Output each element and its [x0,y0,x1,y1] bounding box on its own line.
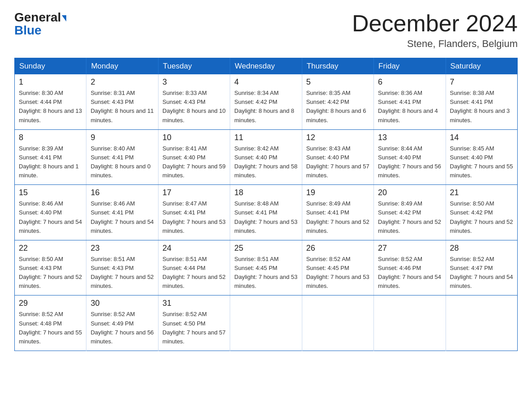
table-row: 24 Sunrise: 8:51 AMSunset: 4:44 PMDaylig… [158,240,230,295]
day-info: Sunrise: 8:33 AMSunset: 4:43 PMDaylight:… [163,89,226,125]
day-number: 26 [306,244,369,253]
day-number: 10 [163,133,226,142]
table-row: 7 Sunrise: 8:38 AMSunset: 4:41 PMDayligh… [446,74,517,129]
day-info: Sunrise: 8:39 AMSunset: 4:41 PMDaylight:… [19,144,82,180]
table-row: 21 Sunrise: 8:50 AMSunset: 4:42 PMDaylig… [446,185,517,240]
day-number: 25 [234,244,297,253]
day-info: Sunrise: 8:47 AMSunset: 4:41 PMDaylight:… [163,199,226,235]
day-number: 7 [450,77,513,87]
table-row: 19 Sunrise: 8:49 AMSunset: 4:41 PMDaylig… [302,185,373,240]
day-info: Sunrise: 8:49 AMSunset: 4:41 PMDaylight:… [306,199,369,235]
day-number: 29 [19,299,82,308]
table-row [446,295,517,351]
col-wednesday: Wednesday [230,58,302,75]
calendar-week-row: 22 Sunrise: 8:50 AMSunset: 4:43 PMDaylig… [15,240,518,295]
table-row: 30 Sunrise: 8:52 AMSunset: 4:49 PMDaylig… [86,295,158,351]
calendar-week-row: 15 Sunrise: 8:46 AMSunset: 4:40 PMDaylig… [15,185,518,240]
day-number: 21 [450,188,513,197]
day-number: 31 [163,299,226,308]
day-info: Sunrise: 8:52 AMSunset: 4:46 PMDaylight:… [378,255,441,291]
day-info: Sunrise: 8:51 AMSunset: 4:43 PMDaylight:… [90,255,154,291]
day-number: 5 [306,77,369,87]
day-info: Sunrise: 8:34 AMSunset: 4:42 PMDaylight:… [234,89,297,125]
header: General Blue December 2024 Stene, Flande… [14,11,518,50]
day-number: 23 [90,244,154,253]
calendar-table: Sunday Monday Tuesday Wednesday Thursday… [14,58,518,351]
day-number: 6 [378,77,441,87]
table-row: 10 Sunrise: 8:41 AMSunset: 4:40 PMDaylig… [158,129,230,185]
day-number: 1 [19,77,82,87]
table-row: 27 Sunrise: 8:52 AMSunset: 4:46 PMDaylig… [374,240,446,295]
table-row: 31 Sunrise: 8:52 AMSunset: 4:50 PMDaylig… [158,295,230,351]
table-row: 29 Sunrise: 8:52 AMSunset: 4:48 PMDaylig… [15,295,86,351]
day-number: 27 [378,244,441,253]
day-number: 19 [306,188,369,197]
day-info: Sunrise: 8:52 AMSunset: 4:47 PMDaylight:… [450,255,513,291]
day-info: Sunrise: 8:51 AMSunset: 4:45 PMDaylight:… [234,255,297,291]
day-number: 9 [90,133,154,142]
table-row [230,295,302,351]
day-number: 20 [378,188,441,197]
table-row: 25 Sunrise: 8:51 AMSunset: 4:45 PMDaylig… [230,240,302,295]
table-row: 11 Sunrise: 8:42 AMSunset: 4:40 PMDaylig… [230,129,302,185]
day-info: Sunrise: 8:45 AMSunset: 4:40 PMDaylight:… [450,144,513,180]
day-number: 16 [90,188,154,197]
table-row: 6 Sunrise: 8:36 AMSunset: 4:41 PMDayligh… [374,74,446,129]
table-row: 9 Sunrise: 8:40 AMSunset: 4:41 PMDayligh… [86,129,158,185]
table-row: 5 Sunrise: 8:35 AMSunset: 4:42 PMDayligh… [302,74,373,129]
table-row: 17 Sunrise: 8:47 AMSunset: 4:41 PMDaylig… [158,185,230,240]
calendar-week-row: 29 Sunrise: 8:52 AMSunset: 4:48 PMDaylig… [15,295,518,351]
table-row: 18 Sunrise: 8:48 AMSunset: 4:41 PMDaylig… [230,185,302,240]
day-info: Sunrise: 8:50 AMSunset: 4:42 PMDaylight:… [450,199,513,235]
day-number: 12 [306,133,369,142]
day-number: 18 [234,188,297,197]
table-row: 26 Sunrise: 8:52 AMSunset: 4:45 PMDaylig… [302,240,373,295]
day-number: 2 [90,77,154,87]
table-row [302,295,373,351]
logo-line1: General [14,11,66,25]
day-info: Sunrise: 8:40 AMSunset: 4:41 PMDaylight:… [90,144,154,180]
table-row: 12 Sunrise: 8:43 AMSunset: 4:40 PMDaylig… [302,129,373,185]
day-info: Sunrise: 8:46 AMSunset: 4:41 PMDaylight:… [90,199,154,235]
day-info: Sunrise: 8:36 AMSunset: 4:41 PMDaylight:… [378,89,441,125]
table-row: 4 Sunrise: 8:34 AMSunset: 4:42 PMDayligh… [230,74,302,129]
day-number: 13 [378,133,441,142]
table-row [374,295,446,351]
day-info: Sunrise: 8:35 AMSunset: 4:42 PMDaylight:… [306,89,369,125]
day-info: Sunrise: 8:38 AMSunset: 4:41 PMDaylight:… [450,89,513,125]
col-monday: Monday [86,58,158,75]
col-thursday: Thursday [302,58,373,75]
calendar-week-row: 8 Sunrise: 8:39 AMSunset: 4:41 PMDayligh… [15,129,518,185]
col-saturday: Saturday [446,58,517,75]
table-row: 22 Sunrise: 8:50 AMSunset: 4:43 PMDaylig… [15,240,86,295]
calendar-week-row: 1 Sunrise: 8:30 AMSunset: 4:44 PMDayligh… [15,74,518,129]
day-info: Sunrise: 8:41 AMSunset: 4:40 PMDaylight:… [163,144,226,180]
day-info: Sunrise: 8:51 AMSunset: 4:44 PMDaylight:… [163,255,226,291]
day-info: Sunrise: 8:52 AMSunset: 4:50 PMDaylight:… [163,310,226,346]
table-row: 14 Sunrise: 8:45 AMSunset: 4:40 PMDaylig… [446,129,517,185]
day-info: Sunrise: 8:31 AMSunset: 4:43 PMDaylight:… [90,89,154,125]
day-number: 3 [163,77,226,87]
day-info: Sunrise: 8:50 AMSunset: 4:43 PMDaylight:… [19,255,82,291]
location-subtitle: Stene, Flanders, Belgium [352,38,518,50]
day-number: 28 [450,244,513,253]
day-number: 22 [19,244,82,253]
logo: General Blue [14,11,66,38]
table-row: 23 Sunrise: 8:51 AMSunset: 4:43 PMDaylig… [86,240,158,295]
table-row: 3 Sunrise: 8:33 AMSunset: 4:43 PMDayligh… [158,74,230,129]
day-info: Sunrise: 8:48 AMSunset: 4:41 PMDaylight:… [234,199,297,235]
table-row: 13 Sunrise: 8:44 AMSunset: 4:40 PMDaylig… [374,129,446,185]
day-info: Sunrise: 8:52 AMSunset: 4:49 PMDaylight:… [90,310,154,346]
day-info: Sunrise: 8:46 AMSunset: 4:40 PMDaylight:… [19,199,82,235]
day-info: Sunrise: 8:43 AMSunset: 4:40 PMDaylight:… [306,144,369,180]
day-info: Sunrise: 8:52 AMSunset: 4:45 PMDaylight:… [306,255,369,291]
day-info: Sunrise: 8:42 AMSunset: 4:40 PMDaylight:… [234,144,297,180]
day-number: 11 [234,133,297,142]
day-number: 8 [19,133,82,142]
table-row: 16 Sunrise: 8:46 AMSunset: 4:41 PMDaylig… [86,185,158,240]
table-row: 8 Sunrise: 8:39 AMSunset: 4:41 PMDayligh… [15,129,86,185]
day-number: 4 [234,77,297,87]
logo-line2: Blue [14,24,42,38]
day-info: Sunrise: 8:30 AMSunset: 4:44 PMDaylight:… [19,89,82,125]
col-friday: Friday [374,58,446,75]
